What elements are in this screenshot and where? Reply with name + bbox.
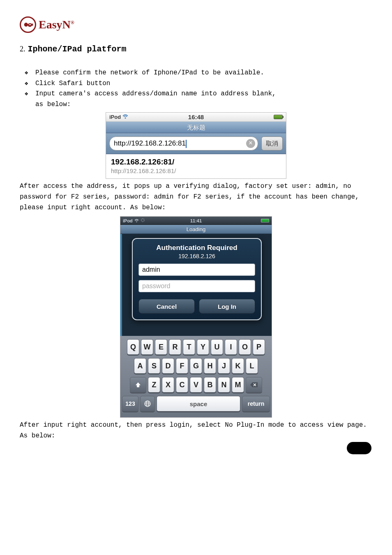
key-p[interactable]: P <box>253 339 265 355</box>
status-bar: iPod 11:41 <box>120 217 272 225</box>
auth-dialog: Authentication Required 192.168.2.126 Ca… <box>132 238 262 320</box>
key-l[interactable]: L <box>246 358 258 374</box>
key-j[interactable]: J <box>218 358 230 374</box>
svg-point-0 <box>24 23 28 26</box>
section-number: 2. <box>20 45 25 53</box>
key-y[interactable]: Y <box>197 339 209 355</box>
key-x[interactable]: X <box>162 377 174 393</box>
brand-logo: EasyN® <box>20 16 372 33</box>
status-bar: iPod 16:48 <box>106 113 286 122</box>
dialog-backdrop: Authentication Required 192.168.2.126 Ca… <box>120 234 272 336</box>
key-a[interactable]: A <box>134 358 146 374</box>
key-w[interactable]: W <box>141 339 153 355</box>
instruction-list: Please confirm the network of Iphone/IPa… <box>25 68 372 110</box>
key-b[interactable]: B <box>204 377 216 393</box>
key-i[interactable]: I <box>225 339 237 355</box>
key-r[interactable]: R <box>169 339 181 355</box>
instruction-item: Please confirm the network of Iphone/IPa… <box>25 68 372 79</box>
cancel-button[interactable]: Cancel <box>138 299 195 314</box>
instruction-item-cont: as below: <box>25 99 372 110</box>
logo-text: EasyN® <box>39 18 74 31</box>
battery-icon <box>274 115 283 119</box>
password-field[interactable] <box>138 280 255 292</box>
key-s[interactable]: S <box>148 358 160 374</box>
key-v[interactable]: V <box>190 377 202 393</box>
key-k[interactable]: K <box>232 358 244 374</box>
text-caret <box>186 140 187 148</box>
url-input[interactable]: http://192.168.2.126:81 × <box>109 136 258 150</box>
dialog-host: 192.168.2.126 <box>138 253 255 259</box>
space-key[interactable]: space <box>157 396 240 412</box>
key-z[interactable]: Z <box>148 377 160 393</box>
key-o[interactable]: O <box>239 339 251 355</box>
status-time: 16:48 <box>106 113 286 120</box>
instruction-item: Click Safari button <box>25 79 372 89</box>
key-g[interactable]: G <box>190 358 202 374</box>
key-d[interactable]: D <box>162 358 174 374</box>
key-q[interactable]: Q <box>127 339 139 355</box>
suggestion-title: 192.168.2.126:81/ <box>111 157 281 166</box>
key-h[interactable]: H <box>204 358 216 374</box>
key-c[interactable]: C <box>176 377 188 393</box>
page-title-bar: 无标题 <box>106 122 286 133</box>
url-suggestion[interactable]: 192.168.2.126:81/ http://192.168.2.126:8… <box>106 154 286 178</box>
key-m[interactable]: M <box>232 377 244 393</box>
suggestion-url: http://192.168.2.126:81/ <box>111 167 281 174</box>
key-n[interactable]: N <box>218 377 230 393</box>
shift-key[interactable] <box>130 377 146 393</box>
screenshot-safari-url: iPod 16:48 无标题 http://192.168.2.126:81 ×… <box>106 112 286 179</box>
on-screen-keyboard: QWERTYUIOP ASDFGHJKL ZXCVBNM 123 space r… <box>120 336 272 417</box>
screenshot-auth-dialog: iPod 11:41 Loading Authentication Requir… <box>120 216 272 418</box>
key-f[interactable]: F <box>176 358 188 374</box>
backspace-key[interactable] <box>246 377 262 393</box>
section-title-text: Iphone/IPad platform <box>28 44 127 54</box>
login-button[interactable]: Log In <box>199 299 255 314</box>
paragraph: After input right account, then press lo… <box>20 420 372 441</box>
dialog-title: Authentication Required <box>138 244 255 252</box>
clear-icon[interactable]: × <box>246 139 255 148</box>
key-t[interactable]: T <box>183 339 195 355</box>
cancel-button[interactable]: 取消 <box>261 136 283 150</box>
page-footer-badge <box>347 442 371 454</box>
instruction-item: Input camera's access address/domain nam… <box>25 89 372 99</box>
return-key[interactable]: return <box>242 396 270 412</box>
key-e[interactable]: E <box>155 339 167 355</box>
key-u[interactable]: U <box>211 339 223 355</box>
paragraph: After access the address, it pops up a v… <box>20 181 372 213</box>
url-text: http://192.168.2.126:81 <box>114 139 186 147</box>
loading-title: Loading <box>120 225 272 234</box>
section-heading: 2.Iphone/IPad platform <box>20 44 372 54</box>
numbers-key[interactable]: 123 <box>122 396 138 412</box>
username-field[interactable] <box>138 264 255 276</box>
logo-mark-icon <box>20 16 36 33</box>
url-bar: http://192.168.2.126:81 × 取消 <box>106 133 286 154</box>
globe-key[interactable] <box>140 396 155 412</box>
status-time: 11:41 <box>120 218 272 223</box>
